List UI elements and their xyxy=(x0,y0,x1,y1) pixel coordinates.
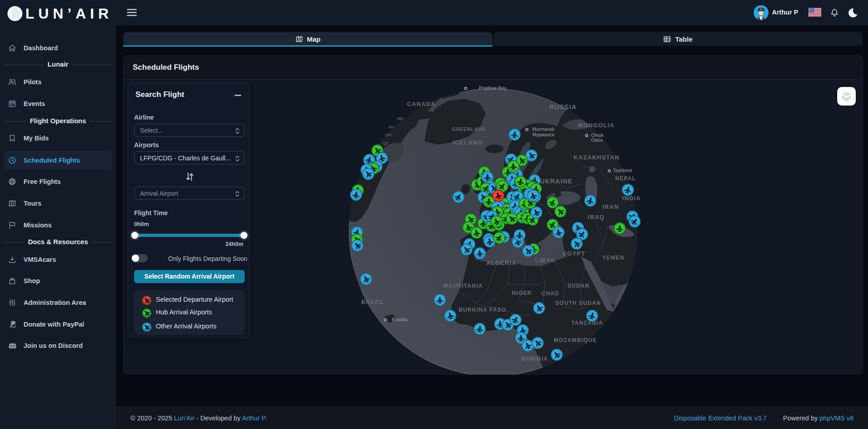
svg-text:YEMEN: YEMEN xyxy=(603,255,625,261)
svg-text:UKRAINE: UKRAINE xyxy=(540,178,573,185)
svg-text:INDIA: INDIA xyxy=(622,195,641,202)
svg-text:ICELAND: ICELAND xyxy=(453,139,482,146)
svg-text:GREENLAND: GREENLAND xyxy=(452,127,486,132)
svg-text:Brasilia: Brasilia xyxy=(392,317,408,322)
svg-text:SOUTH SUDAN: SOUTH SUDAN xyxy=(555,300,601,306)
svg-text:BRAZIL: BRAZIL xyxy=(361,299,384,305)
svg-text:SUDAN: SUDAN xyxy=(568,283,590,289)
svg-text:MONGOLIA: MONGOLIA xyxy=(578,122,614,129)
svg-text:NAMIBIA: NAMIBIA xyxy=(521,356,548,362)
svg-text:BURKINA FASO: BURKINA FASO xyxy=(458,307,506,313)
svg-text:QC: QC xyxy=(383,141,389,145)
svg-text:Prudhoe Bay: Prudhoe Bay xyxy=(479,85,506,91)
svg-text:ALGERIA: ALGERIA xyxy=(487,260,517,266)
svg-text:RUSSIA: RUSSIA xyxy=(550,103,577,111)
svg-text:EGYPT: EGYPT xyxy=(563,250,585,257)
svg-text:ON: ON xyxy=(385,133,391,137)
svg-text:IRAQ: IRAQ xyxy=(588,214,604,221)
svg-text:NU: NU xyxy=(389,125,395,129)
svg-text:IRAN: IRAN xyxy=(603,203,619,210)
svg-text:CHAD: CHAD xyxy=(541,290,559,297)
svg-text:Tashkent: Tashkent xyxy=(613,168,632,173)
svg-text:MOZAMBIQUE: MOZAMBIQUE xyxy=(554,337,597,343)
svg-text:LUN’AIR: LUN’AIR xyxy=(25,5,111,22)
svg-text:Омск: Омск xyxy=(591,137,603,143)
svg-text:CANADA: CANADA xyxy=(407,101,436,107)
svg-text:Мурманск: Мурманск xyxy=(532,132,555,137)
svg-text:LIBYA: LIBYA xyxy=(535,257,555,264)
svg-text:NEPAL: NEPAL xyxy=(615,175,636,182)
svg-text:KAZAKHSTAN: KAZAKHSTAN xyxy=(574,154,619,161)
svg-text:Murmansk: Murmansk xyxy=(532,126,555,132)
svg-text:MAURITANIA: MAURITANIA xyxy=(443,283,482,289)
svg-text:NIGER: NIGER xyxy=(512,290,532,296)
svg-text:MB: MB xyxy=(397,116,403,121)
svg-text:TANZANIA: TANZANIA xyxy=(571,320,603,326)
